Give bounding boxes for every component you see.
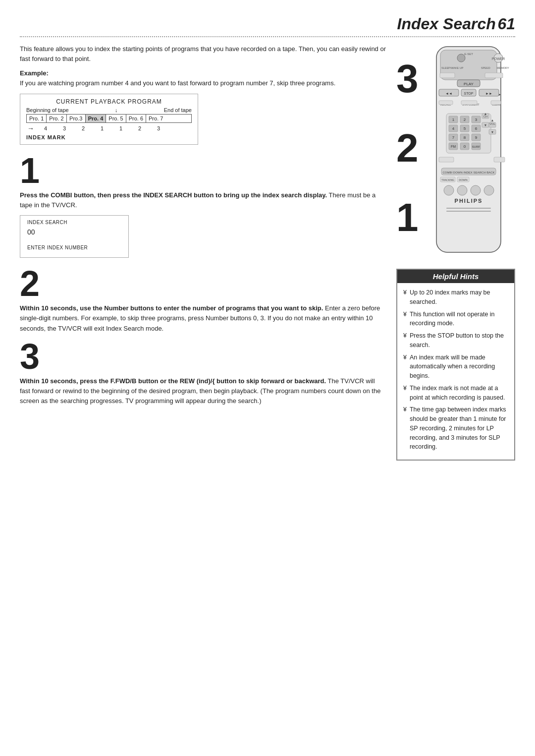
main-layout: This feature allows you to index the sta… (20, 44, 515, 461)
svg-rect-79 (446, 208, 491, 209)
svg-rect-26 (439, 101, 453, 105)
hint-item-5: ¥ The index mark is not made at a point … (403, 384, 508, 403)
svg-text:E-SET: E-SET (464, 53, 473, 56)
idx-0: 4 (36, 125, 55, 131)
svg-text:0: 0 (463, 144, 466, 149)
tape-cell-6: Pro. 7 (146, 115, 165, 122)
page-number: 61 (497, 15, 515, 33)
svg-text:PHILIPS: PHILIPS (454, 198, 482, 204)
svg-text:MEMORY: MEMORY (497, 66, 509, 69)
svg-rect-27 (461, 101, 477, 105)
hint-text-6: The time gap between index marks should … (410, 405, 508, 452)
idx-5: 2 (130, 125, 149, 131)
left-column: This feature allows you to index the sta… (20, 44, 386, 461)
step-num-right-1: 1 (396, 198, 419, 237)
svg-text:SLEEP/WAKE UP: SLEEP/WAKE UP (441, 66, 464, 69)
hint-bullet-6: ¥ (403, 405, 407, 452)
svg-rect-10 (440, 73, 455, 78)
svg-text:▲: ▲ (483, 112, 487, 116)
svg-text:▼: ▼ (483, 123, 487, 127)
step-2-number: 2 (20, 266, 386, 301)
tape-cell-1: Pro. 2 (47, 115, 66, 122)
index-row: → 4 3 2 1 1 2 3 (26, 124, 192, 132)
index-nums: 4 3 2 1 1 2 3 (36, 125, 168, 131)
svg-point-75 (457, 185, 467, 195)
idx-2: 2 (74, 125, 93, 131)
step-nums-col: 3 2 1 (396, 44, 422, 252)
idx-1: 3 (55, 125, 74, 131)
diagram-title: CURRENT PLAYBACK PROGRAM (26, 98, 192, 105)
svg-text:4: 4 (452, 126, 454, 131)
step-2-instruction: Within 10 seconds, use the Number button… (20, 303, 386, 333)
hint-bullet-5: ¥ (403, 384, 407, 403)
index-mark-label: INDEX MARK (26, 134, 192, 140)
svg-rect-28 (491, 101, 501, 105)
svg-text:FM: FM (450, 145, 455, 148)
hint-text-3: Press the STOP button to stop the search… (410, 331, 508, 350)
svg-text:7: 7 (452, 135, 454, 140)
svg-rect-80 (446, 211, 491, 212)
svg-text:◄◄: ◄◄ (445, 92, 452, 95)
svg-text:SPEED: SPEED (481, 66, 490, 69)
hint-text-2: This function will not operate in record… (410, 310, 508, 329)
idx-6: 3 (149, 125, 168, 131)
hint-text-4: An index mark will be made automatically… (410, 353, 508, 381)
svg-text:SURF: SURF (472, 145, 480, 148)
playback-diagram: CURRENT PLAYBACK PROGRAM Beginning of ta… (20, 94, 198, 145)
svg-text:5: 5 (463, 126, 466, 131)
svg-text:6: 6 (475, 126, 477, 131)
idx-4: 1 (111, 125, 130, 131)
hint-item-4: ¥ An index mark will be made automatical… (403, 353, 508, 381)
hint-bullet-1: ¥ (403, 288, 407, 307)
svg-text:VOL: VOL (489, 122, 495, 125)
box-value: 00 (27, 228, 121, 236)
box-title: INDEX SEARCH (27, 220, 121, 225)
step-3-number: 3 (20, 339, 386, 374)
svg-point-77 (484, 185, 494, 195)
tape-cell-4: Pro. 5 (106, 115, 126, 122)
tape-cells: Pro. 1 Pro. 2 Pro.3 Pro. 4 Pro. 5 Pro. 6… (26, 114, 192, 123)
hint-item-6: ¥ The time gap between index marks shoul… (403, 405, 508, 452)
box-prompt: ENTER INDEX NUMBER (27, 245, 121, 250)
svg-text:STOP: STOP (464, 92, 473, 95)
hint-item-1: ¥ Up to 20 index marks may be searched. (403, 288, 508, 307)
hint-bullet-2: ¥ (403, 310, 407, 329)
remote-control: POWER E-SET SLEEP/WAKE UP SPEED MEMORY R… (422, 44, 516, 259)
remote-with-steps: 3 2 1 POWER E-SET SLEEP (396, 44, 515, 259)
page-title: Index Search (397, 15, 496, 33)
svg-text:TRACKING: TRACKING (441, 178, 454, 181)
hint-text-1: Up to 20 index marks may be searched. (410, 288, 508, 307)
svg-text:PLAY: PLAY (464, 82, 474, 86)
step-num-right-2: 2 (396, 128, 419, 168)
step-3-instruction: Within 10 seconds, press the F.FWD/B but… (20, 376, 386, 406)
svg-text:COMBI  DOWN  INDEX SEARCH  BAC: COMBI DOWN INDEX SEARCH BACK (442, 171, 494, 174)
hint-bullet-4: ¥ (403, 353, 407, 381)
index-search-box: INDEX SEARCH 00 ENTER INDEX NUMBER (20, 215, 129, 258)
step-1-instruction: Press the COMBI button, then press the I… (20, 190, 386, 210)
svg-text:9: 9 (475, 135, 477, 140)
step-1-number: 1 (20, 153, 386, 188)
svg-point-76 (471, 185, 481, 195)
tape-cell-2: Pro.3 (67, 115, 86, 122)
page-header: Index Search 61 (20, 15, 515, 37)
helpful-hints-title: Helpful Hints (397, 270, 514, 283)
helpful-hints-box: Helpful Hints ¥ Up to 20 index marks may… (396, 269, 515, 461)
svg-text:POWER: POWER (491, 57, 504, 60)
svg-text:►►: ►► (485, 92, 492, 95)
tape-labels: Beginning of tape ↓ End of tape (26, 107, 192, 113)
helpful-hints-body: ¥ Up to 20 index marks may be searched. … (397, 283, 514, 460)
svg-text:▲: ▲ (490, 118, 494, 122)
hint-item-2: ¥ This function will not operate in reco… (403, 310, 508, 329)
svg-rect-12 (485, 73, 503, 78)
svg-text:3: 3 (475, 117, 477, 122)
tape-cell-5: Pro. 6 (126, 115, 146, 122)
right-column: 3 2 1 POWER E-SET SLEEP (396, 44, 515, 461)
arrow-right: → (27, 124, 34, 132)
remote-svg: POWER E-SET SLEEP/WAKE UP SPEED MEMORY R… (422, 44, 516, 257)
svg-point-74 (444, 185, 454, 195)
svg-text:8: 8 (463, 135, 466, 140)
idx-3: 1 (93, 125, 111, 131)
svg-text:2: 2 (463, 117, 466, 122)
tape-cell-3: Pro. 4 (86, 115, 107, 122)
example-label: Example: If you are watching program num… (20, 68, 386, 88)
